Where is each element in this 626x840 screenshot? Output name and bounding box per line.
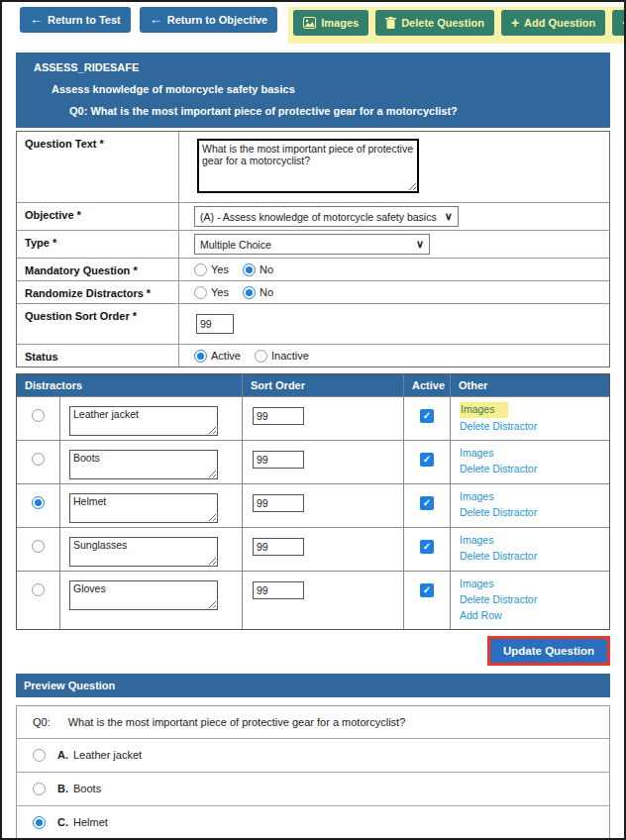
preview-option-row: A. Leather jacket	[17, 739, 609, 773]
sort-order-column-header: Sort Order	[243, 374, 404, 396]
objective-select-value: (A) - Assess knowledge of motorcycle saf…	[200, 211, 437, 223]
images-button[interactable]: Images	[293, 10, 368, 36]
delete-question-label: Delete Question	[401, 17, 484, 29]
preview-option-row: C. Helmet	[17, 806, 609, 840]
distractor-text-input[interactable]: Boots	[69, 450, 218, 479]
distractor-active-checkbox[interactable]: ✓	[420, 540, 434, 554]
update-question-button[interactable]: Update Question	[490, 639, 607, 663]
objective-select[interactable]: (A) - Assess knowledge of motorcycle saf…	[194, 206, 459, 227]
distractor-active-checkbox[interactable]: ✓	[420, 583, 434, 597]
chevron-down-icon: ∨	[445, 210, 453, 223]
distractor-active-checkbox[interactable]: ✓	[420, 409, 434, 423]
distractor-sort-order-input[interactable]	[253, 581, 304, 599]
mandatory-yes-radio[interactable]	[194, 263, 207, 276]
preview-option-radio[interactable]	[33, 749, 46, 762]
sort-order-label: Question Sort Order *	[17, 304, 179, 344]
distractor-correct-radio[interactable]	[32, 409, 45, 422]
distractor-correct-radio[interactable]	[32, 540, 45, 553]
return-to-test-button[interactable]: ← Return to Test	[20, 7, 131, 33]
preview-option-letter: C.	[57, 816, 68, 828]
distractor-link-delete-distractor[interactable]: Delete Distractor	[460, 592, 537, 607]
toolbar: ← Return to Test ← Return to Objective I…	[20, 7, 624, 44]
distractor-link-images[interactable]: Images	[460, 446, 493, 461]
form-row-mandatory: Mandatory Question * Yes No	[17, 259, 609, 281]
preview-option-text: Boots	[73, 783, 101, 794]
distractor-links: ImagesDelete DistractorAdd Row	[451, 572, 609, 629]
question-text-input[interactable]: What is the most important piece of prot…	[197, 139, 419, 193]
distractor-correct-radio[interactable]	[32, 583, 45, 596]
distractor-link-delete-distractor[interactable]: Delete Distractor	[460, 549, 537, 564]
add-matrix-question-button[interactable]: + Add Matrix Question	[612, 10, 626, 36]
distractor-link-images[interactable]: Images	[460, 489, 493, 504]
red-highlight-annotation: Update Question	[487, 636, 610, 666]
distractor-row: Sunglasses ✓ ImagesDelete Distractor	[17, 527, 609, 571]
distractor-link-images[interactable]: Images	[460, 577, 493, 591]
distractor-link-images[interactable]: Images	[460, 533, 493, 548]
back-arrow-icon: ←	[30, 15, 43, 25]
form-row-sort-order: Question Sort Order *	[17, 304, 609, 345]
distractor-row: Leather jacket ✓ ImagesDelete Distractor	[17, 396, 609, 440]
distractor-link-delete-distractor[interactable]: Delete Distractor	[460, 505, 537, 520]
preview-option-radio[interactable]	[33, 783, 46, 795]
preview-option-letter: B.	[57, 783, 68, 794]
preview-question-number: Q0:	[33, 716, 51, 728]
distractor-active-checkbox[interactable]: ✓	[420, 453, 434, 467]
distractor-link-delete-distractor[interactable]: Delete Distractor	[460, 419, 537, 434]
form-row-status: Status Active Inactive	[17, 345, 609, 367]
distractor-text-input[interactable]: Leather jacket	[69, 406, 218, 436]
randomize-yes-radio[interactable]	[194, 286, 207, 299]
question-header: ASSESS_RIDESAFE Assess knowledge of moto…	[16, 52, 610, 128]
distractor-sort-order-input[interactable]	[253, 494, 304, 512]
add-question-button[interactable]: + Add Question	[501, 10, 605, 36]
status-inactive-radio[interactable]	[255, 350, 267, 363]
test-name: ASSESS_RIDESAFE	[34, 61, 600, 73]
randomize-label: Randomize Distractors *	[17, 281, 179, 303]
distractor-sort-order-input[interactable]	[253, 538, 304, 556]
return-to-objective-button[interactable]: ← Return to Objective	[140, 7, 277, 33]
preview-question-header: Preview Question	[16, 674, 610, 697]
distractor-link-add-row[interactable]: Add Row	[460, 608, 502, 623]
question-title: Q0: What is the most important piece of …	[34, 105, 600, 117]
images-label: Images	[321, 17, 359, 29]
status-active-radio[interactable]	[194, 350, 207, 363]
preview-question-box: Q0: What is the most important piece of …	[16, 705, 610, 840]
preview-option-radio[interactable]	[33, 816, 46, 829]
type-select[interactable]: Multiple Choice ∨	[194, 234, 430, 255]
distractor-row: Helmet ✓ ImagesDelete Distractor	[17, 483, 609, 527]
mandatory-no-radio[interactable]	[243, 263, 256, 276]
distractor-row: Boots ✓ ImagesDelete Distractor	[17, 440, 609, 483]
mandatory-yes-label: Yes	[211, 263, 229, 275]
distractor-sort-order-input[interactable]	[253, 407, 304, 425]
preview-question-row: Q0: What is the most important piece of …	[17, 706, 609, 739]
distractor-active-checkbox[interactable]: ✓	[420, 496, 434, 510]
chevron-down-icon: ∨	[416, 238, 424, 251]
mandatory-no-label: No	[260, 263, 273, 275]
distractor-text-input[interactable]: Gloves	[69, 580, 218, 610]
return-to-objective-label: Return to Objective	[167, 14, 267, 26]
randomize-no-label: No	[260, 286, 273, 298]
distractor-correct-radio[interactable]	[32, 453, 45, 466]
distractors-table: Distractors Sort Order Active Other Leat…	[16, 373, 610, 630]
distractor-links: ImagesDelete Distractor	[451, 484, 609, 527]
plus-icon: +	[622, 18, 626, 28]
type-select-value: Multiple Choice	[200, 239, 271, 251]
distractor-sort-order-input[interactable]	[253, 451, 304, 469]
form-row-randomize: Randomize Distractors * Yes No	[17, 281, 609, 304]
preview-question-text: What is the most important piece of prot…	[68, 716, 406, 728]
distractor-row: Gloves ✓ ImagesDelete DistractorAdd Row	[17, 571, 609, 629]
distractor-text-input[interactable]: Helmet	[69, 493, 218, 523]
question-sort-order-input[interactable]	[196, 314, 234, 334]
toolbar-highlight-annotation: Images Delete Question + Add Question + …	[288, 7, 626, 44]
other-column-header: Other	[451, 374, 609, 396]
distractor-text-input[interactable]: Sunglasses	[69, 537, 218, 567]
question-form: Question Text * What is the most importa…	[16, 131, 610, 368]
page-frame: ← Return to Test ← Return to Objective I…	[0, 0, 626, 840]
delete-question-button[interactable]: Delete Question	[375, 10, 494, 36]
distractor-correct-radio[interactable]	[32, 496, 45, 509]
back-arrow-icon: ←	[150, 15, 162, 25]
randomize-no-radio[interactable]	[243, 286, 256, 299]
preview-option-letter: A.	[57, 749, 68, 761]
distractor-link-delete-distractor[interactable]: Delete Distractor	[460, 462, 537, 476]
randomize-yes-label: Yes	[211, 286, 229, 298]
distractor-link-images[interactable]: Images	[460, 402, 508, 418]
